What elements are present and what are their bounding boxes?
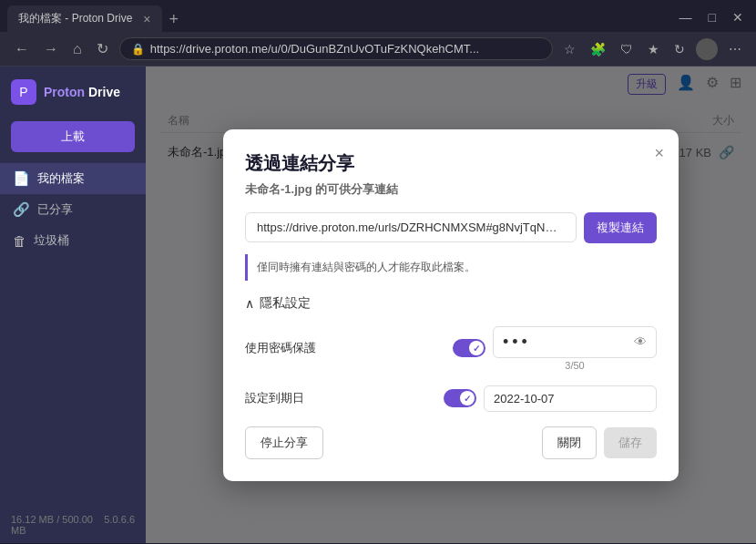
main-content: 升級 👤 ⚙ ⊞ 名稱 大小 未命名-1.jpg 117 KB 🔗 透過連結分享… xyxy=(146,67,756,543)
password-control: ✓ ••• 👁 3/50 xyxy=(453,326,657,371)
modal-close-button[interactable]: × xyxy=(654,144,664,163)
stop-share-button[interactable]: 停止分享 xyxy=(245,426,323,459)
sidebar-item-shared[interactable]: 🔗 已分享 xyxy=(0,194,146,225)
modal-subtitle: 未命名-1.jpg 的可供分享連結 xyxy=(245,181,657,198)
modal-title: 透過連結分享 xyxy=(245,151,657,176)
logo-icon: P xyxy=(11,79,36,105)
share-url-input[interactable] xyxy=(245,212,577,242)
expiry-date-input[interactable] xyxy=(484,385,657,412)
expiry-control: ✓ xyxy=(444,385,657,412)
user-avatar[interactable] xyxy=(696,38,718,60)
tab-bar: 我的檔案 - Proton Drive × + — □ ✕ xyxy=(0,0,756,32)
browser-chrome: 我的檔案 - Proton Drive × + — □ ✕ ← → ⌂ ↻ 🔒 … xyxy=(0,0,756,67)
password-field[interactable]: ••• 👁 xyxy=(493,326,657,358)
privacy-chevron-icon: ∧ xyxy=(245,296,254,311)
shield-icon[interactable]: 🛡 xyxy=(617,40,637,58)
info-bar: 僅同時擁有連結與密碼的人才能存取此檔案。 xyxy=(245,254,657,281)
new-tab-button[interactable]: + xyxy=(169,11,179,27)
window-controls: — □ ✕ xyxy=(674,8,749,30)
modal-footer: 停止分享 關閉 儲存 xyxy=(245,426,657,459)
sidebar-item-label-shared: 已分享 xyxy=(37,201,73,218)
close-modal-button[interactable]: 關閉 xyxy=(542,426,597,459)
upload-button[interactable]: 上載 xyxy=(11,121,135,152)
app-version: 5.0.6.6 xyxy=(104,514,135,536)
forward-button[interactable]: → xyxy=(40,39,62,59)
password-wrapper: ••• 👁 3/50 xyxy=(493,326,657,371)
toggle-knob: ✓ xyxy=(469,341,484,355)
trash-icon: 🗑 xyxy=(13,233,26,249)
app-container: P Proton Drive 上載 📄 我的檔案 🔗 已分享 🗑 垃圾桶 16.… xyxy=(0,67,756,543)
storage-usage: 16.12 MB / 500.00 MB xyxy=(11,514,97,536)
tab-title: 我的檔案 - Proton Drive xyxy=(18,11,132,26)
menu-icon[interactable]: ⋯ xyxy=(725,40,745,58)
modal-file-name: 未命名-1.jpg xyxy=(245,182,312,196)
active-tab[interactable]: 我的檔案 - Proton Drive × xyxy=(7,5,162,32)
sidebar-logo: P Proton Drive xyxy=(0,67,146,118)
sidebar-footer: 16.12 MB / 500.00 MB 5.0.6.6 xyxy=(0,507,146,543)
expiry-toggle[interactable]: ✓ xyxy=(444,389,476,407)
logo-text: Proton Drive xyxy=(44,85,120,99)
address-text: https://drive.proton.me/u/0/DuGunBZnUvOT… xyxy=(150,42,541,56)
home-button[interactable]: ⌂ xyxy=(69,39,86,59)
info-text: 僅同時擁有連結與密碼的人才能存取此檔案。 xyxy=(257,260,475,275)
expiry-setting-row: 設定到期日 ✓ xyxy=(245,385,657,412)
tab-close-button[interactable]: × xyxy=(143,12,150,26)
my-files-icon: 📄 xyxy=(13,170,30,187)
save-button: 儲存 xyxy=(604,427,657,458)
modal-overlay: 透過連結分享 × 未命名-1.jpg 的可供分享連結 複製連結 僅同時擁有連結與… xyxy=(146,67,756,543)
sidebar-item-my-files[interactable]: 📄 我的檔案 xyxy=(0,163,146,194)
password-label: 使用密碼保護 xyxy=(245,340,453,356)
sidebar-item-label-trash: 垃圾桶 xyxy=(34,232,69,249)
sidebar: P Proton Drive 上載 📄 我的檔案 🔗 已分享 🗑 垃圾桶 16.… xyxy=(0,67,146,543)
password-setting-row: 使用密碼保護 ✓ ••• 👁 xyxy=(245,326,657,371)
url-row: 複製連結 xyxy=(245,212,657,243)
shared-icon: 🔗 xyxy=(13,201,30,218)
bookmark-icon[interactable]: ☆ xyxy=(560,40,579,58)
sidebar-item-trash[interactable]: 🗑 垃圾桶 xyxy=(0,225,146,256)
expiry-label: 設定到期日 xyxy=(245,390,444,406)
modal-subtitle-suffix: 的可供分享連結 xyxy=(315,182,398,196)
refresh-button[interactable]: ↻ xyxy=(93,38,112,59)
sync-icon[interactable]: ↻ xyxy=(670,40,689,58)
sidebar-item-label-my-files: 我的檔案 xyxy=(37,170,85,187)
browser-toolbar: ← → ⌂ ↻ 🔒 https://drive.proton.me/u/0/Du… xyxy=(0,32,756,67)
address-bar[interactable]: 🔒 https://drive.proton.me/u/0/DuGunBZnUv… xyxy=(119,37,553,60)
maximize-button[interactable]: □ xyxy=(703,8,721,26)
password-dots: ••• xyxy=(503,333,627,352)
eye-icon[interactable]: 👁 xyxy=(634,334,647,349)
share-modal: 透過連結分享 × 未命名-1.jpg 的可供分享連結 複製連結 僅同時擁有連結與… xyxy=(223,129,679,481)
privacy-section-title: 隱私設定 xyxy=(260,295,311,312)
privacy-section: ∧ 隱私設定 使用密碼保護 ✓ xyxy=(245,295,657,412)
minimize-button[interactable]: — xyxy=(674,8,698,26)
expiry-toggle-knob: ✓ xyxy=(460,391,475,405)
copy-link-button[interactable]: 複製連結 xyxy=(584,212,657,243)
char-count: 3/50 xyxy=(493,360,657,371)
back-button[interactable]: ← xyxy=(11,39,33,59)
toolbar-icons: ☆ 🧩 🛡 ★ ↻ ⋯ xyxy=(560,38,745,60)
star-icon[interactable]: ★ xyxy=(644,40,663,58)
extension-icon[interactable]: 🧩 xyxy=(587,40,609,58)
close-window-button[interactable]: ✕ xyxy=(727,8,749,26)
privacy-section-toggle[interactable]: ∧ 隱私設定 xyxy=(245,295,657,312)
password-toggle[interactable]: ✓ xyxy=(453,339,485,357)
